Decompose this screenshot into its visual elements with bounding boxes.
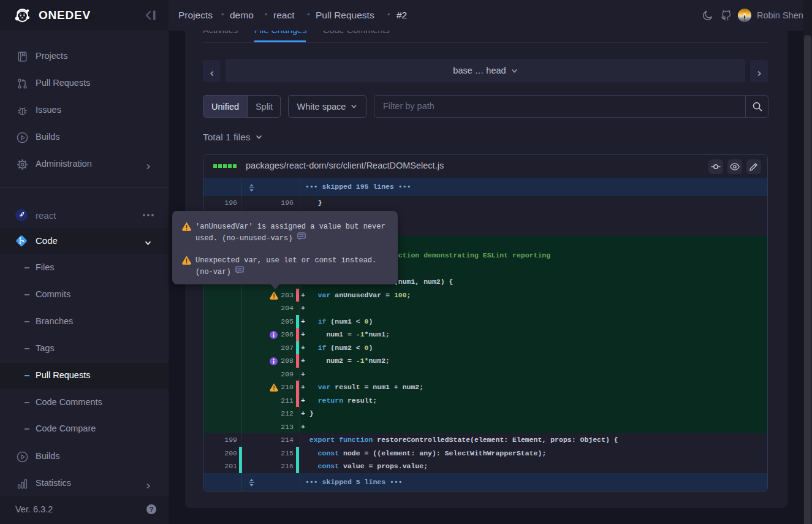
svg-text:?: ? [150, 506, 154, 513]
